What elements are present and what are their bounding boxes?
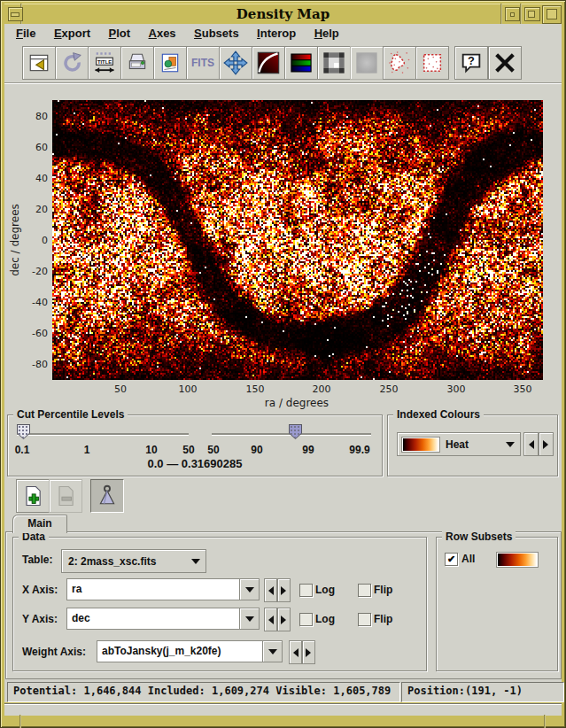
y-axis-prev-button[interactable] [264, 608, 277, 631]
menu-subsets[interactable]: Subsets [194, 27, 239, 40]
menu-help[interactable]: Help [314, 27, 339, 40]
x-tick: 100 [170, 383, 205, 395]
menu-plot[interactable]: Plot [109, 27, 131, 40]
slider-scale-label: 1 [69, 444, 105, 456]
y-flip-checkbox[interactable] [358, 613, 371, 626]
arrow-right-icon [306, 648, 315, 657]
close-icon [492, 50, 517, 75]
y-axis-combo[interactable]: dec [66, 608, 260, 630]
x-axis-combo[interactable]: ra [66, 578, 260, 600]
close-button[interactable] [488, 46, 522, 80]
add-dataset-button[interactable] [16, 479, 50, 513]
menu-file[interactable]: File [16, 27, 35, 40]
x-flip-label: Flip [374, 584, 392, 596]
arrow-left-icon [264, 586, 274, 595]
x-axis-prev-button[interactable] [264, 578, 277, 602]
colours-panel-title: Indexed Colours [393, 408, 484, 421]
greyscale-map-button[interactable] [317, 46, 351, 80]
rescale-button[interactable] [219, 46, 252, 80]
table-select[interactable]: 2: 2mass_xsc.fits [61, 549, 206, 573]
x-axis-value[interactable]: ra [66, 578, 239, 600]
weight-mode-toggle[interactable] [90, 479, 124, 513]
title-bar[interactable]: Density Map [4, 4, 562, 25]
x-log-checkbox[interactable] [299, 584, 313, 597]
help-icon: ? [459, 50, 484, 75]
subset-all-checkbox[interactable]: ✔ [445, 553, 458, 566]
corner-icon [547, 9, 557, 19]
colourmap-select[interactable]: Heat [397, 432, 521, 456]
window-import-button[interactable] [22, 46, 56, 80]
iconify-button[interactable] [505, 7, 520, 21]
remove-dataset-icon [53, 484, 78, 508]
menu-axes[interactable]: Axes [149, 27, 176, 40]
cut-range-readout: 0.0 — 0.31690285 [8, 457, 382, 470]
weight-axis-next-button[interactable] [302, 640, 315, 664]
print-button[interactable] [120, 46, 154, 80]
y-axis-next-button[interactable] [277, 608, 291, 631]
x-axis-next-button[interactable] [277, 578, 291, 602]
axis-style-button[interactable]: TITLE [88, 46, 121, 80]
cut-levels-button[interactable] [252, 46, 285, 80]
density-map-window: Density Map File Export Plot Axes Subset… [0, 0, 566, 728]
window-import-icon [27, 51, 50, 74]
x-flip-checkbox[interactable] [358, 584, 371, 597]
y-tick: -40 [12, 297, 48, 308]
window-corner-handle[interactable] [542, 5, 562, 24]
row-subsets-title: Row Subsets [442, 531, 516, 543]
high-cut-slider-thumb[interactable] [289, 424, 302, 439]
y-log-checkbox[interactable] [299, 613, 313, 626]
arrow-right-icon [281, 616, 291, 624]
tab-main[interactable]: Main [12, 515, 67, 533]
weight-icon [95, 484, 120, 508]
chevron-down-icon [506, 442, 515, 452]
y-axis-value[interactable]: dec [66, 608, 239, 630]
export-image-button[interactable] [153, 46, 187, 80]
remove-dataset-button[interactable] [49, 479, 82, 513]
replot-button[interactable] [55, 46, 89, 80]
density-map-canvas[interactable] [52, 100, 543, 380]
menu-interop[interactable]: Interop [257, 27, 296, 40]
y-flip-label: Flip [374, 613, 392, 625]
help-button[interactable]: ? [454, 46, 488, 80]
arrow-left-icon [264, 616, 274, 624]
arrow-right-icon [543, 440, 553, 449]
y-tick: 80 [12, 111, 48, 122]
chevron-down-icon [268, 649, 277, 659]
weight-axis-prev-button[interactable] [289, 640, 302, 664]
count-status-field: Potential: 1,646,844 Included: 1,609,274… [7, 682, 400, 702]
colourmap-prev-button[interactable] [523, 432, 539, 456]
colour-map-icon [289, 50, 314, 75]
arrow-left-icon [289, 648, 299, 657]
window-title: Density Map [4, 6, 562, 22]
box-subset-button[interactable] [415, 46, 449, 80]
frame-joint [19, 715, 21, 728]
smooth-button[interactable] [350, 46, 384, 80]
colourmap-next-button[interactable] [539, 432, 554, 456]
x-axis-field-label: X Axis: [22, 584, 58, 596]
cut-panel-title: Cut Percentile Levels [13, 408, 128, 421]
low-cut-slider[interactable] [17, 433, 189, 436]
window-bottom-bar [4, 703, 562, 716]
weight-axis-dropdown-button[interactable] [262, 640, 283, 662]
iconify-icon [510, 12, 515, 17]
export-fits-button[interactable]: FITS [186, 46, 220, 80]
colour-map-button[interactable] [284, 46, 318, 80]
weight-axis-combo[interactable]: abToJansky(j_m_k20fe) [97, 640, 283, 662]
blob-subset-button[interactable] [383, 46, 416, 80]
svg-text:TITLE: TITLE [97, 59, 112, 65]
x-tick: 300 [438, 383, 474, 395]
y-axis-dropdown-button[interactable] [239, 608, 260, 630]
subset-colourmap-swatch[interactable] [497, 553, 538, 567]
y-tick: -60 [12, 328, 48, 339]
chevron-down-icon [245, 587, 254, 597]
maximize-button[interactable] [524, 7, 540, 21]
box-subset-icon [420, 50, 445, 75]
menu-export[interactable]: Export [54, 27, 90, 40]
weight-axis-value[interactable]: abToJansky(j_m_k20fe) [97, 640, 262, 662]
x-axis-dropdown-button[interactable] [239, 578, 260, 600]
frame-joint [544, 715, 546, 728]
low-cut-slider-thumb[interactable] [17, 424, 30, 439]
x-tick: 50 [103, 383, 138, 395]
fits-icon: FITS [191, 57, 214, 69]
y-tick: 60 [12, 142, 48, 153]
